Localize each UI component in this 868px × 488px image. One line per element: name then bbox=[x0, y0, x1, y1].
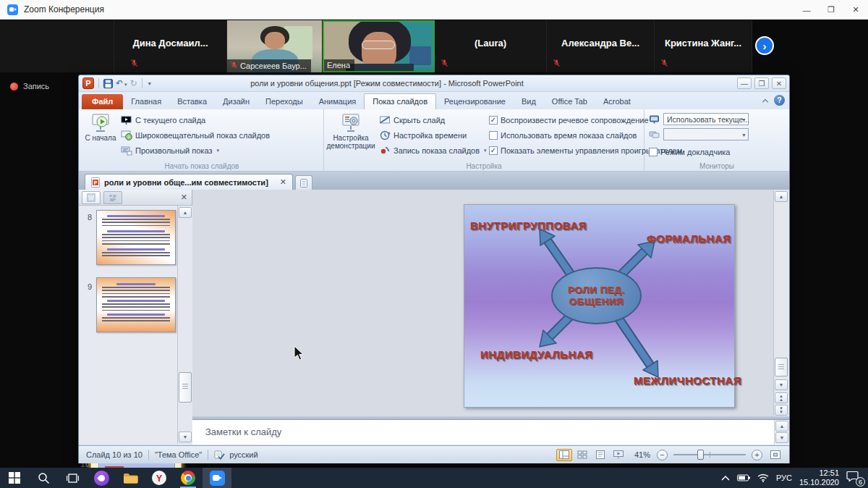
yandex-browser-button[interactable]: Y bbox=[145, 468, 174, 488]
thumb-text-block bbox=[102, 219, 170, 228]
video-scene-frame bbox=[409, 46, 431, 65]
custom-slideshow-button[interactable]: Произвольный показ ▾ bbox=[121, 144, 219, 156]
zoom-in-button[interactable]: + bbox=[752, 450, 762, 460]
zoom-slider-thumb[interactable] bbox=[697, 450, 704, 460]
notes-scrollbar[interactable]: ▲ ▼ bbox=[774, 420, 789, 445]
notes-pane[interactable]: Заметки к слайду ▲ ▼ bbox=[192, 419, 789, 445]
input-language-indicator[interactable]: РУС bbox=[776, 474, 792, 482]
participant-name: Елена bbox=[327, 61, 350, 70]
help-icon[interactable]: ? bbox=[774, 95, 785, 106]
document-tab[interactable]: P роли и уровни обще...им совместимости]… bbox=[85, 174, 293, 190]
battery-icon[interactable] bbox=[737, 474, 750, 481]
zoom-percent[interactable]: 41% bbox=[634, 450, 650, 459]
slide-8-thumbnail[interactable] bbox=[96, 210, 176, 265]
presenter-view-checkbox[interactable]: Режим докладчика bbox=[649, 146, 730, 158]
show-hidden-icons-button[interactable] bbox=[721, 475, 730, 481]
slide-9-thumbnail[interactable] bbox=[96, 277, 176, 332]
reading-view-button[interactable] bbox=[592, 449, 608, 461]
language-indicator[interactable]: русский bbox=[229, 450, 258, 459]
scroll-up-icon[interactable]: ▲ bbox=[775, 421, 788, 432]
broadcast-slideshow-button[interactable]: Широковещательный показ слайдов bbox=[121, 129, 270, 141]
from-current-slide-button[interactable]: С текущего слайда bbox=[121, 114, 205, 126]
alice-assistant-button[interactable] bbox=[87, 468, 116, 488]
ppt-minimize-button[interactable]: — bbox=[737, 77, 752, 89]
zoom-restore-button[interactable]: ❐ bbox=[819, 0, 843, 20]
play-narrations-checkbox[interactable]: ✓ Воспроизвести речевое сопровождение bbox=[489, 114, 649, 126]
zoom-minimize-button[interactable]: — bbox=[794, 0, 819, 20]
normal-view-button[interactable] bbox=[556, 449, 572, 461]
task-view-button[interactable] bbox=[58, 468, 87, 488]
tab-view[interactable]: Вид bbox=[514, 94, 544, 109]
setup-slideshow-button[interactable]: Настройка демонстрации bbox=[327, 112, 375, 150]
spellcheck-icon[interactable] bbox=[214, 450, 225, 460]
slide-sorter-view-button[interactable] bbox=[574, 449, 590, 461]
mouse-cursor bbox=[294, 345, 305, 361]
tab-file[interactable]: Файл bbox=[82, 94, 123, 109]
record-slideshow-button[interactable]: Запись показа слайдов ▾ bbox=[379, 144, 487, 156]
scroll-down-icon[interactable]: ▼ bbox=[775, 379, 788, 390]
tab-office-tab[interactable]: Office Tab bbox=[544, 94, 595, 109]
tab-design[interactable]: Дизайн bbox=[215, 94, 258, 109]
close-panel-icon[interactable]: ✕ bbox=[181, 193, 187, 202]
tab-acrobat[interactable]: Acrobat bbox=[595, 94, 639, 109]
ppt-close-button[interactable]: ✕ bbox=[772, 77, 786, 89]
taskbar-clock[interactable]: 12:51 15.10.2020 bbox=[799, 468, 839, 487]
video-tile-kristina[interactable]: Кристина Жанг... bbox=[655, 20, 752, 72]
slide-number: 9 bbox=[88, 282, 92, 291]
broadcast-icon bbox=[121, 130, 132, 141]
video-tile-laura[interactable]: (Laura) bbox=[435, 20, 547, 72]
mic-muted-icon bbox=[441, 57, 448, 70]
show-on-dropdown[interactable]: ▼ bbox=[663, 128, 749, 140]
scroll-down-icon[interactable]: ▼ bbox=[775, 432, 788, 443]
video-tile-elena-active-speaker[interactable]: Елена bbox=[323, 20, 435, 72]
previous-slide-button[interactable]: ▲▲ bbox=[775, 392, 788, 403]
resolution-dropdown[interactable]: Использовать текуще... ▼ bbox=[663, 113, 749, 125]
file-explorer-button[interactable] bbox=[116, 468, 145, 488]
tab-home[interactable]: Главная bbox=[123, 94, 169, 109]
thumbnails-scrollbar[interactable]: ▲ ▼ bbox=[177, 206, 192, 444]
minimize-ribbon-icon[interactable] bbox=[762, 98, 768, 104]
tab-transitions[interactable]: Переходы bbox=[258, 94, 311, 109]
show-on-row: ▼ bbox=[649, 128, 749, 140]
zoom-slider[interactable] bbox=[673, 454, 746, 455]
hide-slide-button[interactable]: Скрыть слайд bbox=[379, 114, 445, 126]
slide-canvas[interactable]: РОЛИ ПЕД. ОБЩЕНИЯ ВНУТРИГРУППОВАЯ ФОРМАЛ… bbox=[464, 204, 735, 408]
tab-review[interactable]: Рецензирование bbox=[436, 94, 514, 109]
use-timings-checkbox[interactable]: Использовать время показа слайдов bbox=[489, 129, 637, 141]
tab-slides[interactable] bbox=[82, 191, 101, 204]
scroll-up-icon[interactable]: ▲ bbox=[775, 191, 788, 202]
theme-name[interactable]: "Тема Office" bbox=[155, 450, 202, 459]
tab-outline[interactable] bbox=[103, 191, 122, 204]
chrome-button[interactable] bbox=[174, 468, 203, 488]
slideshow-view-button[interactable] bbox=[610, 449, 626, 461]
zoom-taskbar-button[interactable] bbox=[203, 468, 231, 488]
video-tile-dina[interactable]: Дина Досмаил... bbox=[114, 20, 227, 72]
scroll-up-icon[interactable]: ▲ bbox=[179, 207, 192, 218]
rehearse-timings-button[interactable]: Настройка времени bbox=[379, 129, 467, 141]
tab-slideshow-active[interactable]: Показ слайдов bbox=[364, 93, 436, 109]
zoom-close-button[interactable]: ✕ bbox=[843, 0, 868, 20]
search-button[interactable] bbox=[29, 468, 58, 488]
thumb-text-block bbox=[102, 252, 170, 258]
wifi-icon[interactable] bbox=[757, 474, 769, 482]
next-participants-button[interactable]: › bbox=[755, 36, 774, 55]
scrollbar-thumb[interactable] bbox=[775, 358, 788, 376]
new-document-tab-button[interactable] bbox=[295, 175, 312, 190]
video-tile-alexandra[interactable]: Александра Ве... bbox=[547, 20, 655, 72]
close-document-icon[interactable]: ✕ bbox=[280, 177, 286, 187]
scrollbar-thumb[interactable] bbox=[179, 372, 192, 403]
action-center-button[interactable]: 6 bbox=[846, 471, 862, 485]
start-button[interactable] bbox=[0, 468, 29, 488]
from-beginning-button[interactable]: С начала bbox=[85, 112, 116, 142]
tab-insert[interactable]: Вставка bbox=[169, 94, 215, 109]
zoom-out-button[interactable]: − bbox=[657, 450, 668, 460]
fit-to-window-button[interactable] bbox=[767, 449, 783, 461]
video-tile-empty[interactable] bbox=[0, 20, 114, 72]
video-tile-sarsekeev[interactable]: Сарсекеев Баур... bbox=[227, 20, 323, 72]
ppt-restore-button[interactable]: ❐ bbox=[754, 77, 769, 89]
tab-animations[interactable]: Анимация bbox=[311, 94, 365, 109]
zoom-window-title: Zoom Конференция bbox=[24, 4, 104, 14]
slide-scrollbar[interactable]: ▲ ▼ ▲▲ ▼▼ bbox=[773, 190, 789, 416]
scroll-down-icon[interactable]: ▼ bbox=[179, 432, 192, 442]
next-slide-button[interactable]: ▼▼ bbox=[775, 405, 788, 416]
